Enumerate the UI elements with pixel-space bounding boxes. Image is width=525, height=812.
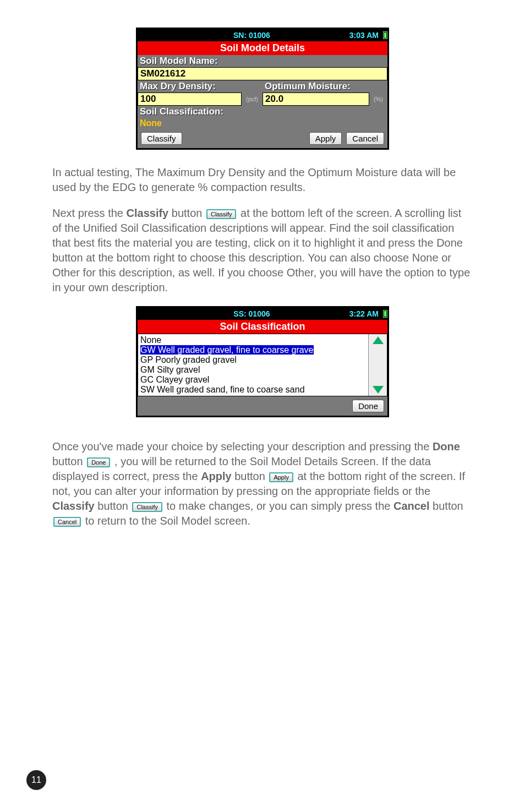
soil-classification-label: Soil Classification: — [138, 106, 387, 118]
status-bar: SS: 01006 3:22 AM — [138, 308, 387, 320]
classification-list: None GW Well graded gravel, fine to coar… — [138, 334, 387, 396]
scroll-down-icon[interactable] — [373, 386, 384, 394]
list-item[interactable]: GC Clayey gravel — [140, 375, 366, 385]
moisture-unit: (%) — [369, 96, 387, 102]
scrollbar[interactable] — [368, 334, 387, 396]
paragraph-3: Once you've made your choice by selectin… — [52, 439, 473, 528]
classify-button[interactable]: Classify — [141, 132, 182, 145]
soil-model-name-label: Soil Model Name: — [138, 55, 387, 67]
list-item[interactable]: SW Well graded sand, fine to coarse sand — [140, 385, 366, 395]
optimum-moisture-input[interactable]: 20.0 — [262, 92, 369, 106]
screen-title: Soil Model Details — [138, 41, 387, 55]
inline-cancel-button-icon: Cancel — [53, 517, 81, 527]
scroll-up-icon[interactable] — [373, 336, 384, 344]
inline-classify-button-icon: Classify — [132, 502, 162, 512]
soil-model-name-input[interactable]: SM021612 — [138, 67, 387, 80]
inline-done-button-icon: Done — [87, 457, 110, 467]
button-row: Classify Apply Cancel — [138, 129, 387, 148]
inline-classify-button-icon: Classify — [206, 209, 237, 219]
list-item[interactable]: GP Poorly graded gravel — [140, 355, 366, 365]
list-item[interactable]: GW Well graded gravel, fine to coarse gr… — [140, 345, 366, 355]
battery-icon — [383, 31, 387, 39]
list-item[interactable]: None — [140, 335, 366, 345]
apply-button[interactable]: Apply — [309, 132, 342, 145]
button-row: Done — [138, 396, 387, 416]
serial-number: SN: 01006 — [154, 31, 349, 40]
soil-classification-screen: SS: 01006 3:22 AM Soil Classification No… — [136, 306, 389, 417]
clock: 3:22 AM — [349, 309, 381, 318]
status-bar: SN: 01006 3:03 AM — [138, 29, 387, 41]
screen-title: Soil Classification — [138, 320, 387, 334]
done-button[interactable]: Done — [352, 400, 384, 412]
paragraph-1: In actual testing, The Maximum Dry Densi… — [52, 165, 473, 195]
max-dry-density-label: Max Dry Density: — [138, 80, 262, 92]
soil-model-details-screen: SN: 01006 3:03 AM Soil Model Details Soi… — [136, 28, 389, 150]
clock: 3:03 AM — [349, 31, 381, 40]
inline-apply-button-icon: Apply — [269, 472, 293, 482]
cancel-button[interactable]: Cancel — [346, 132, 384, 145]
battery-icon — [383, 310, 387, 318]
list-item[interactable]: GM Silty gravel — [140, 365, 366, 375]
soil-classification-value: None — [138, 118, 387, 129]
paragraph-2: Next press the Classify button Classify … — [52, 206, 473, 295]
max-dry-density-input[interactable]: 100 — [138, 92, 242, 106]
serial-number: SS: 01006 — [154, 309, 349, 318]
density-unit: (pcf) — [242, 96, 262, 102]
optimum-moisture-label: Optimum Moisture: — [262, 80, 387, 92]
